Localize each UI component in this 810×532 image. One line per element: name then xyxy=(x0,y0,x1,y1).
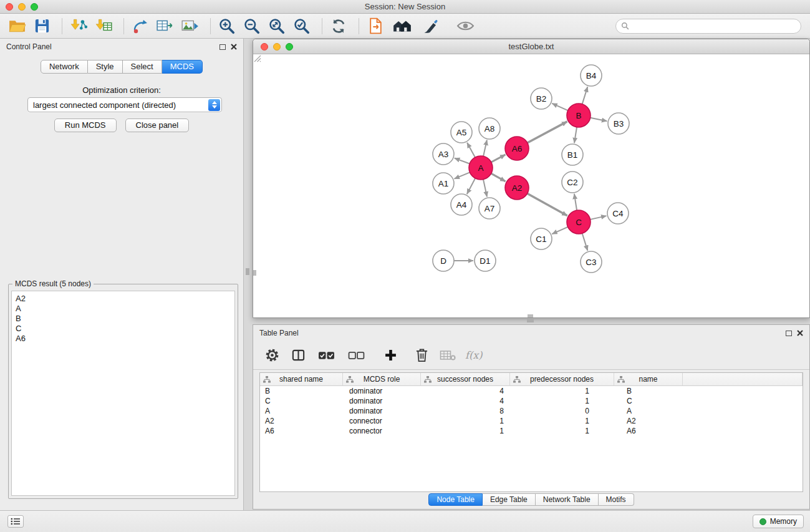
table-cell[interactable]: 0 xyxy=(510,406,614,416)
net-zoom-button[interactable] xyxy=(286,43,293,51)
delete-table-button[interactable] xyxy=(439,347,456,364)
table-cell[interactable]: C xyxy=(260,396,343,406)
export-image-button[interactable] xyxy=(180,16,201,36)
table-row[interactable]: Cdominator41C xyxy=(260,396,803,406)
graph-node-B3[interactable]: B3 xyxy=(608,113,629,134)
network-overview-button[interactable] xyxy=(390,16,415,36)
graph-node-A3[interactable]: A3 xyxy=(433,143,454,165)
select-all-button[interactable] xyxy=(316,347,337,364)
table-row[interactable]: Adominator80A xyxy=(260,406,803,416)
table-cell[interactable]: 1 xyxy=(510,396,614,406)
table-cell[interactable]: A xyxy=(614,406,683,416)
show-hide-panel-button[interactable] xyxy=(455,16,476,36)
graph-node-C[interactable]: C xyxy=(567,210,591,234)
memory-button[interactable]: Memory xyxy=(753,515,804,528)
table-cell[interactable]: A6 xyxy=(614,426,683,436)
open-session-button[interactable] xyxy=(6,16,27,36)
graph-node-A4[interactable]: A4 xyxy=(451,194,472,215)
tab-network[interactable]: Network xyxy=(41,60,88,74)
mcds-result-item[interactable]: A6 xyxy=(12,334,234,344)
graph-node-C1[interactable]: C1 xyxy=(531,228,552,249)
toolbar-search[interactable] xyxy=(615,19,801,34)
zoom-out-button[interactable] xyxy=(241,16,263,36)
table-cell[interactable]: connector xyxy=(343,426,421,436)
export-table-button[interactable] xyxy=(155,16,176,36)
table-cell[interactable]: A xyxy=(260,406,343,416)
graph-edge-B-B1[interactable] xyxy=(574,127,577,143)
new-network-button[interactable] xyxy=(130,16,151,36)
mcds-result-item[interactable]: C xyxy=(12,324,234,334)
column-header[interactable]: name xyxy=(614,373,683,386)
column-header[interactable]: shared name xyxy=(260,373,343,386)
graph-node-B[interactable]: B xyxy=(567,104,591,127)
tab-network-table[interactable]: Network Table xyxy=(536,493,599,506)
tab-node-table[interactable]: Node Table xyxy=(428,493,483,506)
mcds-result-item[interactable]: B xyxy=(12,314,234,324)
graph-edge-A-A1[interactable] xyxy=(455,172,470,178)
table-row[interactable]: Bdominator41B xyxy=(260,386,803,396)
table-cell[interactable]: connector xyxy=(343,416,421,426)
graph-node-D[interactable]: D xyxy=(433,250,454,271)
tab-select[interactable]: Select xyxy=(123,60,162,74)
table-cell[interactable]: 8 xyxy=(421,406,510,416)
network-graph[interactable]: AA1A2A3A4A5A6A7A8BB1B2B3B4CC1C2C3C4DD1 xyxy=(253,54,809,317)
tab-mcds[interactable]: MCDS xyxy=(162,60,203,74)
toggle-columns-button[interactable] xyxy=(289,347,307,364)
table-cell[interactable]: C xyxy=(614,396,683,406)
net-close-button[interactable] xyxy=(261,43,268,51)
table-cell[interactable]: dominator xyxy=(343,396,421,406)
panel-divider-handle[interactable] xyxy=(246,268,249,275)
graph-edge-A-A8[interactable] xyxy=(483,140,487,157)
graph-edge-A6-B[interactable] xyxy=(528,122,567,143)
table-row[interactable]: A6connector11A6 xyxy=(260,426,803,436)
graph-node-A[interactable]: A xyxy=(469,156,493,180)
zoom-window-button[interactable] xyxy=(31,3,38,11)
net-minimize-button[interactable] xyxy=(273,43,281,51)
search-input[interactable] xyxy=(632,22,796,31)
close-window-button[interactable] xyxy=(6,3,13,11)
criterion-dropdown[interactable]: largest connected component (directed) xyxy=(27,97,222,112)
network-canvas[interactable]: AA1A2A3A4A5A6A7A8BB1B2B3B4CC1C2C3C4DD1 xyxy=(253,54,809,317)
graph-edge-A-A6[interactable] xyxy=(491,155,506,162)
network-window-titlebar[interactable]: testGlobe.txt xyxy=(253,39,809,54)
graph-node-B1[interactable]: B1 xyxy=(562,144,583,165)
delete-row-button[interactable] xyxy=(413,347,430,364)
graph-edge-A-A5[interactable] xyxy=(467,143,475,158)
float-panel-icon[interactable] xyxy=(786,331,792,336)
graph-edge-C-C4[interactable] xyxy=(591,216,607,220)
graph-node-C3[interactable]: C3 xyxy=(581,251,602,273)
graph-edge-B-B3[interactable] xyxy=(591,118,607,121)
graph-edge-A-A2[interactable] xyxy=(491,173,506,181)
add-row-button[interactable] xyxy=(382,347,399,364)
column-header[interactable]: successor nodes xyxy=(421,373,510,386)
graph-node-A6[interactable]: A6 xyxy=(505,137,529,160)
float-panel-icon[interactable] xyxy=(219,44,226,50)
table-cell[interactable]: A2 xyxy=(614,416,683,426)
graph-node-A5[interactable]: A5 xyxy=(451,122,472,143)
style-brush-button[interactable] xyxy=(418,16,443,36)
graph-node-B4[interactable]: B4 xyxy=(581,65,602,86)
mcds-result-item[interactable]: A2 xyxy=(12,294,234,304)
table-cell[interactable]: A2 xyxy=(260,416,343,426)
table-cell[interactable]: dominator xyxy=(343,406,421,416)
graph-edge-A2-C[interactable] xyxy=(528,193,567,216)
column-header[interactable]: MCDS role xyxy=(343,373,421,386)
table-settings-button[interactable] xyxy=(263,347,281,364)
graph-edge-C-C1[interactable] xyxy=(552,227,567,234)
column-header[interactable]: predecessor nodes xyxy=(510,373,614,386)
refresh-layout-button[interactable] xyxy=(328,16,349,36)
graph-edge-C-C2[interactable] xyxy=(574,194,577,210)
file-import-button[interactable] xyxy=(365,16,386,36)
minimize-window-button[interactable] xyxy=(18,3,26,11)
table-row[interactable]: A2connector11A2 xyxy=(260,416,803,426)
graph-edge-A-A3[interactable] xyxy=(455,158,470,164)
graph-node-C4[interactable]: C4 xyxy=(607,203,629,224)
panel-divider-handle[interactable] xyxy=(527,319,534,322)
table-cell[interactable]: 4 xyxy=(421,396,510,406)
close-panel-icon[interactable] xyxy=(797,330,803,336)
close-panel-icon[interactable] xyxy=(231,44,237,50)
graph-edge-B-B2[interactable] xyxy=(552,104,567,110)
import-table-button[interactable] xyxy=(93,16,114,36)
table-cell[interactable]: B xyxy=(260,386,343,396)
graph-edge-B-B4[interactable] xyxy=(582,87,588,104)
